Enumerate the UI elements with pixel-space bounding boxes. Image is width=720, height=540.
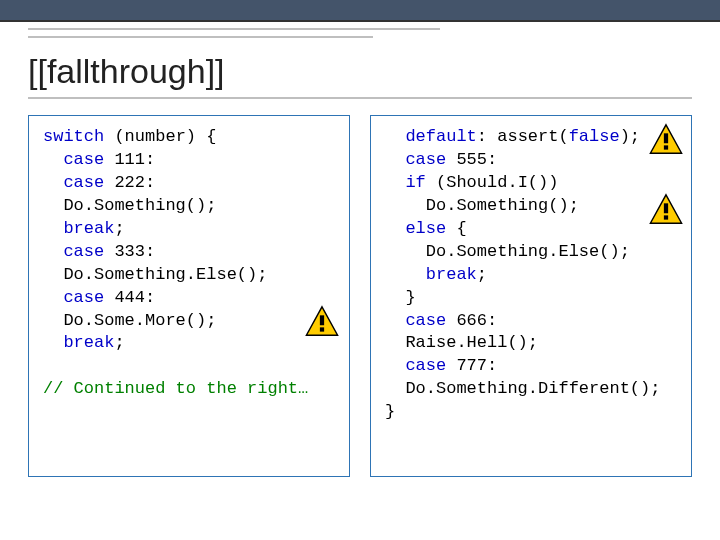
continued-comment: // Continued to the right…: [43, 379, 308, 398]
svg-rect-7: [664, 203, 668, 213]
code-columns: switch (number) { case 111: case 222: Do…: [0, 115, 720, 477]
svg-rect-4: [664, 133, 668, 143]
svg-rect-5: [664, 145, 668, 149]
title-underline: [28, 97, 692, 99]
svg-rect-2: [320, 327, 324, 331]
code-left-box: switch (number) { case 111: case 222: Do…: [28, 115, 350, 477]
svg-rect-1: [320, 315, 324, 325]
code-left: switch (number) { case 111: case 222: Do…: [43, 126, 335, 401]
warning-icon: [649, 192, 683, 226]
slide-top-bar: [0, 0, 720, 22]
code-right: default: assert(false); case 555: if (Sh…: [385, 126, 677, 424]
slide-title: [[fallthrough]]: [0, 38, 720, 97]
header-rules: [0, 28, 720, 38]
warning-icon: [305, 304, 339, 338]
code-right-box: default: assert(false); case 555: if (Sh…: [370, 115, 692, 477]
svg-rect-8: [664, 215, 668, 219]
warning-icon: [649, 122, 683, 156]
